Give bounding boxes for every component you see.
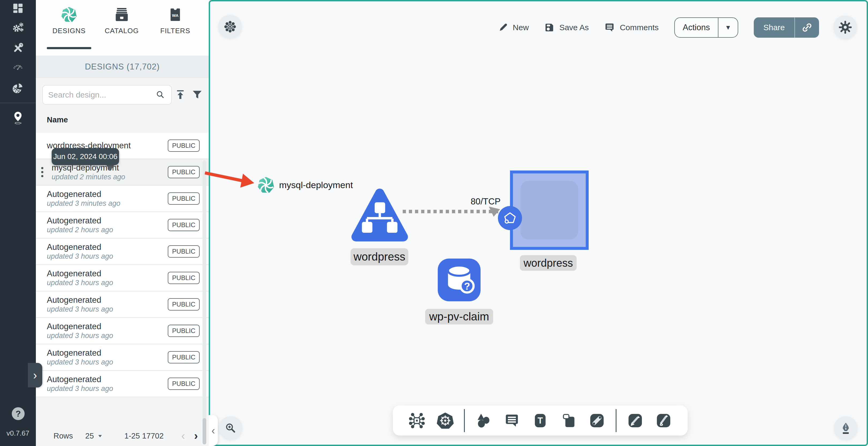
- sidebar-expand-handle[interactable]: ›: [28, 363, 42, 387]
- settings-button[interactable]: [834, 15, 857, 39]
- mysql-deployment-node-icon[interactable]: [257, 176, 275, 194]
- rows-per-page-label: Rows: [54, 432, 73, 440]
- visibility-badge[interactable]: PUBLIC: [168, 325, 199, 337]
- zoom-in-button[interactable]: [219, 416, 242, 440]
- list-item[interactable]: Autogeneratedupdated 3 hours ago PUBLIC: [36, 371, 209, 398]
- rows-per-page-caret-icon[interactable]: [97, 433, 103, 439]
- pagination-bar: Rows 25 1-25 17702 ‹ ›: [36, 426, 209, 445]
- save-icon: [544, 23, 554, 33]
- dashboard-icon: [12, 2, 24, 14]
- service-port-handle[interactable]: [498, 206, 522, 230]
- copy-link-button[interactable]: [795, 23, 819, 33]
- list-item[interactable]: Autogeneratedupdated 2 hours ago PUBLIC: [36, 212, 209, 239]
- visibility-badge[interactable]: PUBLIC: [168, 298, 199, 310]
- sidebar-item-kanvas[interactable]: [0, 111, 36, 125]
- location-pin-icon: [11, 111, 25, 125]
- visibility-badge[interactable]: PUBLIC: [168, 193, 199, 205]
- actions-label: Actions: [675, 23, 718, 32]
- visibility-badge[interactable]: PUBLIC: [168, 272, 199, 284]
- sidebar-item-performance[interactable]: [0, 60, 36, 73]
- comments-button[interactable]: Comments: [604, 22, 658, 33]
- search-input[interactable]: [48, 90, 155, 100]
- wordpress-deployment-node[interactable]: [350, 186, 409, 246]
- help-button[interactable]: ?: [12, 407, 25, 420]
- edge-pen-tool[interactable]: [626, 411, 645, 430]
- tab-filters[interactable]: WA FILTERS: [153, 6, 198, 35]
- mesh-cluster-icon: [223, 20, 237, 34]
- mysql-deployment-node-label[interactable]: mysql-deployment: [279, 180, 353, 190]
- visibility-badge[interactable]: PUBLIC: [168, 139, 199, 152]
- component-graph-tool[interactable]: [407, 411, 427, 430]
- search-box[interactable]: [42, 85, 172, 105]
- canvas-tools-dock: T: [393, 405, 688, 436]
- sidebar-item-toolkit[interactable]: [0, 42, 36, 55]
- visibility-badge[interactable]: PUBLIC: [168, 166, 199, 178]
- meshery-swirl-icon: [61, 6, 77, 23]
- list-item[interactable]: Autogeneratedupdated 3 minutes ago PUBLI…: [36, 186, 209, 212]
- pentagon-port-icon: [502, 210, 518, 226]
- mesh-pie-icon: [11, 82, 25, 95]
- visibility-badge[interactable]: PUBLIC: [168, 245, 199, 258]
- wp-pv-claim-label[interactable]: wp-pv-claim: [425, 309, 493, 324]
- tab-filters-label: FILTERS: [160, 27, 190, 35]
- kubernetes-tool[interactable]: [436, 411, 455, 430]
- pencil-icon: [498, 23, 508, 32]
- sidebar-item-lifecycle[interactable]: [0, 21, 36, 34]
- tab-catalog-label: CATALOG: [104, 27, 138, 35]
- svg-text:WA: WA: [172, 13, 179, 18]
- wordpress-service-label[interactable]: wordpress: [520, 255, 577, 271]
- share-button[interactable]: Share: [754, 18, 819, 38]
- wordpress-deployment-label[interactable]: wordpress: [350, 248, 408, 265]
- search-icon[interactable]: [155, 89, 166, 101]
- list-scrollbar-track[interactable]: [203, 160, 206, 444]
- new-button[interactable]: New: [498, 23, 529, 32]
- wordpress-service-node[interactable]: [510, 171, 589, 250]
- tab-catalog[interactable]: CATALOG: [99, 6, 145, 35]
- wp-pv-claim-node[interactable]: ?: [437, 258, 482, 302]
- layers-tool[interactable]: [559, 411, 578, 430]
- actions-button[interactable]: Actions ▼: [674, 18, 738, 38]
- notes-tool[interactable]: [502, 411, 522, 430]
- mesh-cluster-button[interactable]: [218, 15, 242, 38]
- panel-collapse-handle[interactable]: ‹: [209, 415, 218, 446]
- shapes-tool[interactable]: [474, 411, 493, 430]
- actions-caret-icon[interactable]: ▼: [718, 24, 738, 31]
- tab-designs[interactable]: DESIGNS: [46, 6, 92, 35]
- list-item[interactable]: Autogeneratedupdated 3 hours ago PUBLIC: [36, 265, 209, 291]
- question-badge: ?: [461, 279, 474, 293]
- comments-label: Comments: [620, 23, 658, 32]
- connect-tool[interactable]: [587, 411, 607, 430]
- list-item[interactable]: Autogeneratedupdated 3 hours ago PUBLIC: [36, 239, 209, 265]
- save-as-button[interactable]: Save As: [544, 23, 589, 33]
- next-page-button[interactable]: ›: [194, 430, 198, 442]
- visibility-badge[interactable]: PUBLIC: [168, 378, 199, 390]
- freehand-pen-tool[interactable]: [654, 411, 673, 430]
- app-version: v0.7.67: [0, 429, 36, 438]
- save-as-label: Save As: [559, 23, 589, 32]
- visibility-badge[interactable]: PUBLIC: [168, 219, 199, 231]
- dock-divider: [464, 409, 465, 432]
- catalog-icon: [114, 6, 130, 23]
- prev-page-button[interactable]: ‹: [181, 430, 185, 442]
- app-window: New Save As Comments Actions: [0, 0, 868, 446]
- design-canvas[interactable]: New Save As Comments Actions: [209, 0, 868, 446]
- list-item[interactable]: Autogeneratedupdated 3 hours ago PUBLIC: [36, 318, 209, 344]
- active-tab-indicator: [47, 47, 91, 49]
- list-item[interactable]: Autogeneratedupdated 3 hours ago PUBLIC: [36, 291, 209, 318]
- designs-panel: DESIGNS CATALOG WA: [36, 0, 209, 446]
- text-tool[interactable]: T: [531, 411, 550, 430]
- pen-nib-icon: [839, 421, 853, 435]
- canvas-toolbar: New Save As Comments Actions: [498, 16, 819, 39]
- publish-design-button[interactable]: [175, 89, 187, 102]
- pagination-range: 1-25 17702: [124, 432, 164, 440]
- tooltip-arrow: [106, 165, 115, 171]
- zoom-in-icon: [224, 421, 238, 435]
- rows-per-page-select[interactable]: 25: [85, 432, 94, 440]
- row-menu-icon[interactable]: [41, 167, 43, 177]
- sidebar-item-dashboard[interactable]: [0, 2, 36, 14]
- visibility-badge[interactable]: PUBLIC: [168, 351, 199, 364]
- freehand-mode-button[interactable]: [834, 416, 858, 440]
- list-item[interactable]: Autogeneratedupdated 3 hours ago PUBLIC: [36, 344, 209, 371]
- sidebar-item-extensions[interactable]: [0, 82, 36, 95]
- filter-list-button[interactable]: [191, 89, 204, 102]
